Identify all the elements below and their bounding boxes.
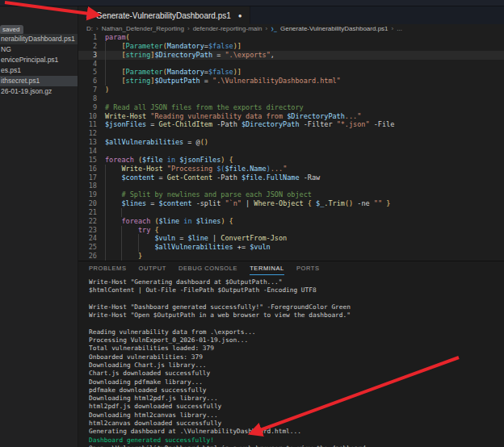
token: $jsonFiles [105,120,146,128]
terminal-line: Downloading pdfmake library... [89,378,502,386]
code-line[interactable]: 19 # Split by newlines and parse each JS… [78,190,504,199]
code-line[interactable]: 3 [string]$DirectoryPath = ".\exports", [78,51,504,60]
code-line[interactable]: 24 $vuln = $line | ConvertFrom-Json [78,234,504,243]
breadcrumb-item[interactable]: ... [397,25,402,32]
code-line[interactable]: 6 [string]$OutputPath = ".\Vulnerability… [78,77,504,86]
code-line[interactable]: 10Write-Host "Reading vulnerability data… [78,112,504,121]
token: $DirectoryPath [154,51,212,59]
token: += [233,243,250,251]
token: [ [105,42,126,50]
token: = [154,173,166,182]
panel-tab-output[interactable]: OUTPUT [138,261,166,275]
code-line[interactable]: 4 [78,60,504,69]
token: foreach [121,217,150,225]
breadcrumb-item[interactable]: Generate-VulnerabilityDashboard.ps1 [280,25,388,32]
indent-guide [105,165,106,173]
token: $lines [196,217,221,225]
file-list-item[interactable]: 26-01-19.json.gz [0,86,78,97]
line-content [105,208,504,217]
code-line[interactable]: 12 [78,129,504,138]
breadcrumb-item[interactable]: defender-reporting-main [193,25,262,32]
token: Get-Content [167,173,212,182]
line-content: Write-Host "Processing $($file.Name)..." [105,165,504,173]
code-line[interactable]: 26 } [78,252,504,261]
line-number: 8 [78,94,105,103]
panel-tab-ports[interactable]: PORTS [296,261,320,275]
code-line[interactable]: 2 [Parameter(Mandatory=$false)] [78,42,504,51]
line-number: 18 [78,182,105,190]
token: $file [142,156,163,164]
file-list-item[interactable]: NG [0,44,78,55]
line-content: $allVulnerabilities += $vuln [105,243,504,252]
file-list-item[interactable]: ithsecret.ps1 [0,76,78,86]
panel-tabbar: PROBLEMSOUTPUTDEBUG CONSOLETERMINALPORTS [78,261,504,275]
powershell-file-icon: ❯_ [271,26,277,32]
code-line[interactable]: 18 [78,182,504,190]
code-line[interactable]: 11$jsonFiles = Get-ChildItem -Path $Dire… [78,120,504,129]
line-number: 7 [78,86,105,94]
code-line[interactable]: 20 $lines = $content -split "`n" | Where… [78,199,504,208]
token: [ [105,51,126,59]
token: -File [370,120,395,128]
token: string [126,51,151,59]
breadcrumb-item[interactable]: D: [86,25,93,32]
terminal-line: Onboarded vulnerabilities: 379 [89,353,502,361]
terminal-line: Downloading html2pdf.js library... [89,395,502,403]
code-line[interactable]: 13$allVulnerabilities = @() [78,138,504,147]
line-number: 16 [78,165,105,173]
file-list-item[interactable]: nerabilityDashboard.ps1D:\... [0,34,78,44]
token: Parameter [126,68,163,76]
code-line[interactable]: 8 [78,94,504,103]
panel-tab-terminal[interactable]: TERMINAL [250,261,284,275]
token: $_ [316,199,324,207]
code-line[interactable]: 9# Read all JSON files from the exports … [78,103,504,112]
code-line[interactable]: 23 try { [78,226,504,235]
code-line[interactable]: 1param( [78,33,504,42]
token: "Processing [167,165,216,173]
indent-guide [121,208,122,217]
file-list-item[interactable]: ervicePrincipal.ps1 [0,55,78,65]
file-list-item[interactable]: es.ps1 [0,65,78,76]
token: [ [105,68,126,76]
code-editor[interactable]: 1param(2 [Parameter(Mandatory=$false)]3 … [78,33,504,261]
token: $allVulnerabilities [105,138,183,146]
modified-dot-icon[interactable]: ● [238,12,242,19]
token [105,199,121,207]
code-line[interactable]: 17 $content = Get-Content -Path $file.Fu… [78,173,504,182]
powershell-file-icon: ❯_ [86,12,92,19]
token: try [138,226,150,234]
breadcrumb-item[interactable]: Nathan_Defender_Reporting [102,25,184,32]
code-line[interactable]: 15foreach ($file in $jsonFiles) { [78,156,504,165]
breadcrumb-separator: › [392,25,394,32]
tab-generate-vulnerabilitydashboard[interactable]: ❯_ Generate-VulnerabilityDashboard.ps1 ● [78,6,250,24]
token: -Path [212,120,242,128]
token: "`n" [225,199,241,207]
token: ..." [271,165,287,173]
token: $vuln [250,243,271,251]
token: $DirectoryPath [242,120,300,128]
panel-tab-problems[interactable]: PROBLEMS [89,261,126,275]
line-content: [string]$DirectoryPath = ".\exports", [105,51,504,60]
code-line[interactable]: 14 [78,147,504,156]
line-number: 24 [78,234,105,243]
code-line[interactable]: 16 Write-Host "Processing $($file.Name).… [78,165,504,173]
token: Write-Host [121,165,162,173]
line-content: [string]$OutputPath = ".\VulnerabilityDa… [105,77,504,86]
token: param [105,33,126,41]
token: in [183,217,191,225]
code-line[interactable]: 5 [Parameter(Mandatory=$false)] [78,68,504,77]
code-line[interactable]: 25 $allVulnerabilities += $vuln [78,243,504,252]
token: Get-ChildItem [159,120,213,128]
more-actions-icon[interactable]: ··· [61,5,73,15]
token: { [150,226,158,234]
code-line[interactable]: 21 [78,208,504,217]
line-number: 21 [78,208,105,217]
code-line[interactable]: 22 foreach ($line in $lines) { [78,217,504,226]
explorer-sidebar: ··· saved nerabilityDashboard.ps1D:\...N… [0,6,78,447]
vscode-window: ··· saved nerabilityDashboard.ps1D:\...N… [0,0,504,447]
token: ( [150,217,158,225]
code-line[interactable]: 7) [78,86,504,94]
terminal-output[interactable]: Write-Host "Generating dashboard at $Out… [89,278,502,447]
token: $file [242,173,262,182]
panel-tab-debug-console[interactable]: DEBUG CONSOLE [178,261,237,275]
